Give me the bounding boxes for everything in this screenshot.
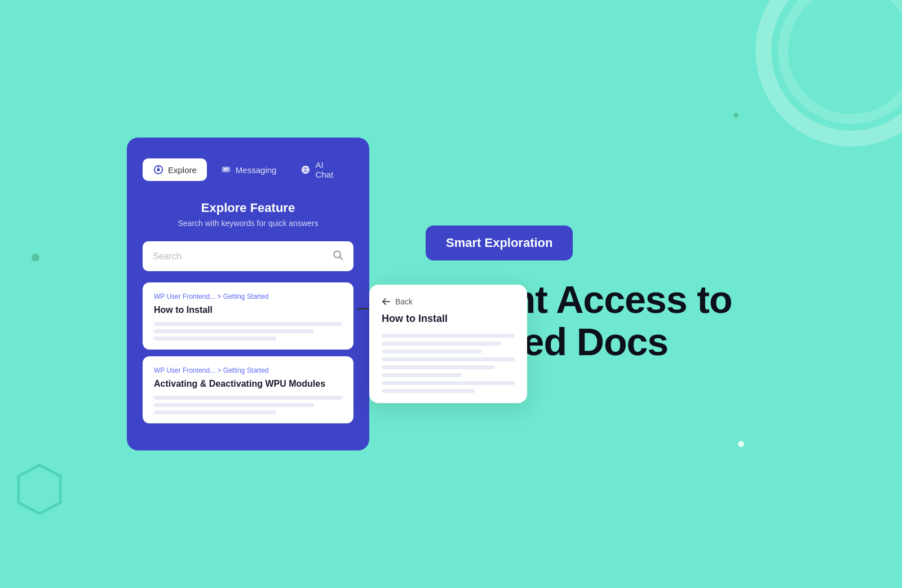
detail-card: Back How to Install (369, 285, 527, 403)
svg-point-9 (334, 251, 341, 258)
detail-line (382, 373, 462, 377)
tab-messaging-label: Messaging (236, 165, 277, 175)
detail-line (382, 357, 515, 361)
bg-hexagon-icon (17, 464, 62, 515)
doc-line (154, 410, 276, 414)
doc-title-2: Activating & Deactivating WPU Modules (154, 379, 342, 389)
doc-line (154, 396, 342, 400)
doc-line (154, 337, 276, 341)
detail-line (382, 365, 495, 369)
ai-chat-tab-icon (300, 164, 311, 175)
search-placeholder: Search (153, 251, 332, 262)
doc-line (154, 329, 314, 333)
detail-content-lines (382, 334, 515, 393)
tab-bar: Explore Messaging (143, 154, 353, 185)
tab-explore[interactable]: Explore (143, 158, 207, 181)
doc-breadcrumb-1: WP User Frontend... > Getting Started (154, 293, 342, 300)
explore-tab-icon (153, 164, 164, 175)
doc-line (154, 403, 314, 407)
tab-messaging[interactable]: Messaging (210, 158, 287, 181)
svg-point-2 (157, 168, 160, 171)
search-bar[interactable]: Search (143, 241, 353, 271)
bg-dot-left (32, 254, 39, 262)
svg-line-10 (340, 257, 342, 259)
tab-ai-chat[interactable]: AI Chat (290, 154, 353, 185)
explore-title: Explore Feature (143, 201, 353, 215)
doc-title-1: How to Install (154, 305, 342, 315)
doc-card-2[interactable]: WP User Frontend... > Getting Started Ac… (143, 356, 353, 423)
app-card: Explore Messaging (127, 138, 369, 450)
ui-mockup: Explore Messaging (127, 138, 381, 450)
messaging-tab-icon (220, 164, 232, 175)
doc-card-1[interactable]: WP User Frontend... > Getting Started Ho… (143, 282, 353, 350)
bg-dot-right (733, 113, 739, 118)
explore-subtitle: Search with keywords for quick answers (143, 219, 353, 228)
detail-back-label: Back (395, 297, 413, 306)
doc-line (154, 322, 342, 326)
detail-line (382, 334, 515, 338)
search-icon (332, 249, 343, 263)
detail-line (382, 350, 481, 353)
bg-dot-bottom-right (738, 441, 744, 447)
detail-line (382, 381, 515, 385)
doc-lines-1 (154, 322, 342, 341)
detail-card-title: How to Install (382, 313, 515, 325)
svg-rect-4 (222, 167, 230, 173)
smart-exploration-badge: Smart Exploration (426, 226, 573, 260)
detail-line (382, 342, 501, 346)
tab-explore-label: Explore (168, 165, 197, 175)
doc-breadcrumb-2: WP User Frontend... > Getting Started (154, 366, 342, 374)
detail-line (382, 389, 475, 393)
tab-ai-chat-label: AI Chat (315, 160, 343, 179)
detail-back-button[interactable]: Back (382, 297, 515, 306)
svg-marker-0 (19, 465, 60, 514)
doc-lines-2 (154, 396, 342, 414)
